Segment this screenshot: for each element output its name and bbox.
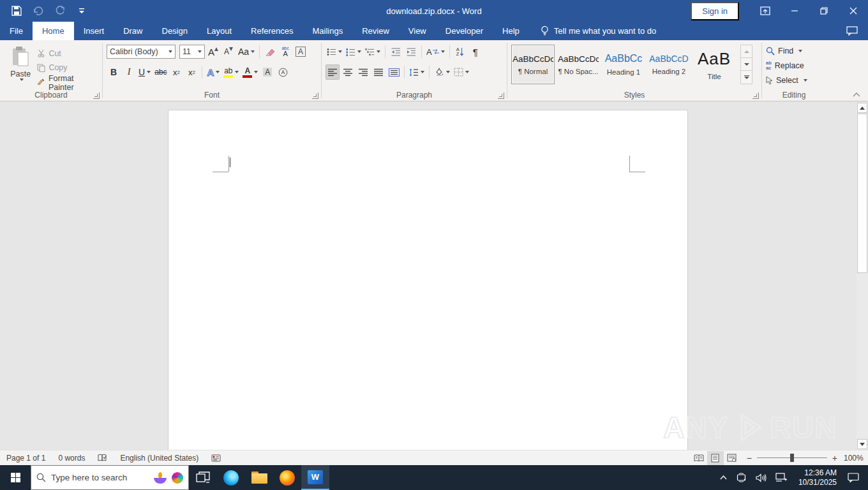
word-count[interactable]: 0 words: [52, 450, 91, 465]
scroll-down-button[interactable]: [857, 439, 867, 449]
grow-font-button[interactable]: A: [206, 44, 220, 59]
document-page[interactable]: [168, 110, 688, 450]
superscript-button[interactable]: x2: [184, 64, 198, 80]
save-icon[interactable]: [10, 4, 23, 17]
style-no-spacing[interactable]: AaBbCcDc ¶ No Spac...: [557, 45, 600, 84]
select-button[interactable]: Select: [766, 73, 823, 87]
restore-button[interactable]: [809, 0, 839, 22]
underline-button[interactable]: U: [137, 64, 152, 80]
phonetic-guide-button[interactable]: abcA: [278, 44, 292, 59]
ribbon-display-options-icon[interactable]: [751, 0, 780, 22]
volume-icon[interactable]: [751, 465, 771, 490]
language-indicator[interactable]: English (United States): [114, 450, 205, 465]
tab-view[interactable]: View: [399, 22, 436, 40]
paragraph-dialog-launcher[interactable]: [498, 93, 504, 99]
justify-button[interactable]: [371, 64, 385, 80]
redo-icon[interactable]: [54, 4, 66, 17]
bold-button[interactable]: B: [107, 64, 121, 80]
format-painter-button[interactable]: Format Painter: [37, 76, 100, 89]
style-heading-1[interactable]: AaBbCc Heading 1: [602, 45, 645, 84]
tab-developer[interactable]: Developer: [436, 22, 493, 40]
zoom-slider-thumb[interactable]: [790, 454, 794, 462]
cut-button[interactable]: Cut: [37, 47, 100, 60]
multilevel-list-button[interactable]: [364, 44, 382, 59]
diya-lamp-icon[interactable]: [154, 472, 167, 484]
decrease-indent-button[interactable]: [389, 44, 403, 59]
customize-qat-icon[interactable]: [75, 4, 88, 17]
scrollbar-thumb[interactable]: [857, 114, 867, 273]
print-layout-button[interactable]: [707, 451, 724, 465]
styles-gallery-more-button[interactable]: [741, 71, 752, 84]
page-indicator[interactable]: Page 1 of 1: [0, 450, 52, 465]
search-input[interactable]: [51, 473, 149, 482]
read-mode-button[interactable]: [691, 451, 707, 465]
zoom-out-button[interactable]: −: [747, 453, 752, 463]
italic-button[interactable]: I: [122, 64, 136, 80]
asian-layout-button[interactable]: A: [425, 44, 446, 59]
edge-taskbar-button[interactable]: [217, 465, 245, 490]
tell-me-box[interactable]: Tell me what you want to do: [534, 22, 662, 40]
file-explorer-taskbar-button[interactable]: [245, 465, 273, 490]
tab-help[interactable]: Help: [493, 22, 529, 40]
align-left-button[interactable]: [326, 64, 340, 80]
tab-home[interactable]: Home: [33, 22, 74, 40]
taskbar-clock[interactable]: 12:36 AM 10/31/2025: [792, 468, 843, 487]
tab-references[interactable]: References: [241, 22, 303, 40]
show-hide-pilcrow-button[interactable]: ¶: [468, 44, 483, 59]
clear-formatting-button[interactable]: [263, 44, 277, 59]
font-dialog-launcher[interactable]: [312, 93, 318, 99]
tab-file[interactable]: File: [0, 22, 33, 40]
style-normal[interactable]: AaBbCcDc ¶ Normal: [511, 45, 555, 84]
strikethrough-button[interactable]: abc: [153, 64, 168, 80]
proofing-status-icon[interactable]: [91, 450, 114, 465]
enclose-characters-button[interactable]: [276, 64, 290, 80]
numbering-button[interactable]: [345, 44, 363, 59]
collapse-ribbon-icon[interactable]: [853, 93, 860, 97]
shrink-font-button[interactable]: A: [221, 44, 236, 59]
align-right-button[interactable]: [356, 64, 370, 80]
macro-recording-icon[interactable]: [205, 450, 227, 465]
close-button[interactable]: [839, 0, 868, 22]
line-spacing-button[interactable]: [408, 64, 426, 80]
comments-icon[interactable]: [846, 22, 868, 40]
replace-button[interactable]: ab ac Replace: [766, 58, 823, 73]
scroll-up-button[interactable]: [857, 103, 867, 113]
task-view-button[interactable]: [189, 465, 217, 490]
undo-icon[interactable]: [32, 4, 45, 17]
paste-button[interactable]: Paste: [4, 43, 37, 89]
font-size-combo[interactable]: 11: [179, 45, 205, 59]
increase-indent-button[interactable]: [404, 44, 418, 59]
subscript-button[interactable]: x2: [169, 64, 183, 80]
align-center-button[interactable]: [341, 64, 355, 80]
font-name-combo[interactable]: Calibri (Body): [107, 45, 176, 59]
taskbar-search-box[interactable]: [31, 465, 189, 490]
tray-chevron-icon[interactable]: [715, 465, 731, 490]
find-button[interactable]: Find: [766, 43, 823, 58]
tab-design[interactable]: Design: [153, 22, 197, 40]
rangoli-icon[interactable]: [172, 472, 183, 484]
bullets-button[interactable]: [326, 44, 343, 59]
sort-button[interactable]: AZ: [453, 44, 467, 59]
tab-insert[interactable]: Insert: [74, 22, 114, 40]
zoom-percentage[interactable]: 100%: [844, 454, 868, 463]
tab-draw[interactable]: Draw: [114, 22, 152, 40]
zoom-in-button[interactable]: +: [832, 453, 837, 463]
tab-layout[interactable]: Layout: [197, 22, 241, 40]
styles-dialog-launcher[interactable]: [752, 93, 759, 99]
vertical-scrollbar[interactable]: [857, 102, 868, 450]
tray-display-icon[interactable]: [731, 465, 751, 490]
text-effects-button[interactable]: A: [206, 64, 221, 80]
styles-scroll-down-button[interactable]: [741, 58, 752, 71]
font-color-button[interactable]: A: [241, 64, 259, 80]
copy-button[interactable]: Copy: [37, 62, 100, 75]
minimize-button[interactable]: [780, 0, 809, 22]
sign-in-button[interactable]: Sign in: [691, 2, 739, 20]
clipboard-dialog-launcher[interactable]: [93, 93, 100, 99]
network-icon[interactable]: [771, 465, 792, 490]
firefox-taskbar-button[interactable]: [273, 465, 301, 490]
style-title[interactable]: AaB Title: [692, 45, 736, 84]
tab-review[interactable]: Review: [352, 22, 399, 40]
shading-button[interactable]: [433, 64, 451, 80]
styles-scroll-up-button[interactable]: [741, 45, 752, 58]
distribute-button[interactable]: [387, 64, 401, 80]
